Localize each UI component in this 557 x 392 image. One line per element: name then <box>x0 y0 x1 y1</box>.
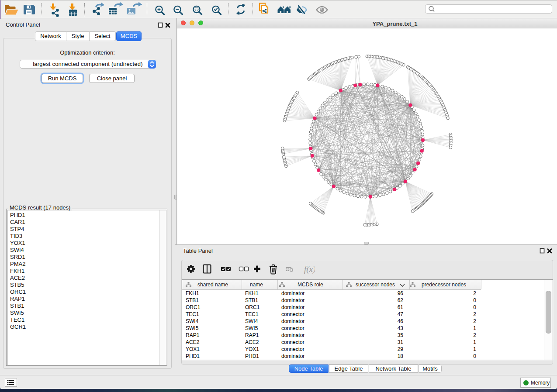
svg-text:f(x): f(x) <box>304 265 315 274</box>
